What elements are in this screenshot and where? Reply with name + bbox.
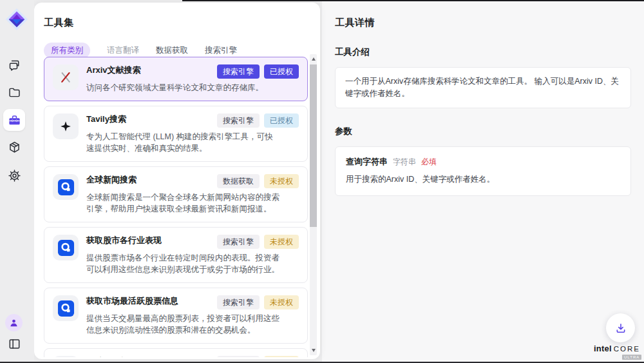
tool-description: 提供股票市场各个行业在特定时间段内的表现。投资者可以利用这些信息来识别表现优于或… [86, 252, 279, 275]
auth-badge: 已授权 [264, 113, 299, 128]
folder-icon[interactable] [5, 83, 24, 102]
category-badge: 搜索引擎 [217, 64, 260, 79]
auth-badge: 未授权 [264, 356, 299, 357]
auth-badge: 未授权 [264, 174, 299, 188]
scrollbar[interactable] [310, 54, 317, 355]
intro-heading: 工具介绍 [335, 46, 631, 58]
intro-box: 一个用于从Arxiv存储库搜索科学论文和文章的工具。 输入可以是Arxiv ID… [335, 67, 631, 108]
tool-name: Tavily搜索 [86, 113, 126, 124]
param-type: 字符串 [393, 157, 416, 168]
tool-card[interactable]: 获取市场最活跃股票信息 搜索引擎 未授权 提供当天交易量最高的股票列表，投资者可… [44, 288, 308, 344]
intel-core-logo: intelcore ultra [594, 342, 640, 360]
package-icon[interactable] [5, 137, 24, 157]
tool-description: 全球新闻搜索是一个聚合全球各大新闻网站内容的搜索引擎，帮助用户快速获取全球最新资… [86, 191, 279, 215]
window-top-edge [182, 0, 644, 1]
settings-gear-icon[interactable] [5, 166, 24, 185]
tool-card[interactable]: 万维地区新闻查询 搜索引擎 未授权 查询具体行政区划内的新闻，快速了解各地新闻动 [44, 348, 308, 357]
app-logo-icon[interactable] [5, 7, 29, 32]
tool-card[interactable]: 获取股市各行业表现 搜索引擎 未授权 提供股票市场各个行业在特定时间段内的表现。… [44, 227, 308, 283]
tool-name: 全球新闻搜索 [86, 174, 137, 185]
tool-description: 提供当天交易量最高的股票列表，投资者可以利用这些信息来识别流动性强的股票和潜在的… [86, 313, 279, 336]
tab-2[interactable]: 数据获取 [156, 45, 188, 56]
auth-badge: 未授权 [264, 295, 299, 309]
tool-name: Arxiv文献搜索 [86, 64, 141, 75]
auth-badge: 未授权 [264, 235, 299, 249]
category-badge: 数据获取 [217, 174, 260, 188]
arxiv-logo-icon [53, 64, 79, 90]
param-description: 用于搜索的Arxiv ID、关键字或作者姓名。 [346, 174, 620, 185]
detail-title: 工具详情 [335, 17, 631, 29]
chat-icon[interactable] [5, 55, 24, 75]
tool-name: 万维地区新闻查询 [86, 356, 153, 357]
scrollbar-thumb[interactable] [310, 64, 317, 227]
newspaper-icon [53, 356, 79, 357]
tool-card[interactable]: Arxiv文献搜索 搜索引擎 已授权 访问各个研究领域大量科学论文和文章的存储库… [44, 57, 308, 101]
user-avatar-icon[interactable] [5, 314, 23, 331]
tab-3[interactable]: 搜索引擎 [205, 45, 237, 56]
category-badge: 搜索引擎 [217, 113, 260, 128]
download-button[interactable] [606, 313, 635, 342]
scroll-up-icon[interactable] [312, 57, 316, 61]
category-badge: 搜索引擎 [217, 235, 260, 249]
tool-card[interactable]: Tavily搜索 搜索引擎 已授权 专为人工智能代理 (LLM) 构建的搜索引擎… [44, 106, 308, 162]
ultra-badge: ultra [622, 355, 641, 360]
category-badge: 搜索引擎 [217, 356, 260, 357]
tab-1[interactable]: 语言翻译 [107, 45, 139, 56]
intro-text: 一个用于从Arxiv存储库搜索科学论文和文章的工具。 输入可以是Arxiv ID… [345, 75, 621, 100]
tool-list-panel: 工具集 所有类别语言翻译数据获取搜索引擎 Arxiv文献搜索 搜索引擎 已授权 … [34, 3, 320, 359]
param-required-badge: 必填 [421, 157, 437, 168]
tool-name: 获取市场最活跃股票信息 [86, 295, 178, 306]
tool-description: 访问各个研究领域大量科学论文和文章的存储库。 [86, 82, 279, 93]
news-search-icon [53, 235, 79, 260]
param-box: 查询字符串 字符串 必填 用于搜索的Arxiv ID、关键字或作者姓名。 [335, 146, 631, 196]
params-heading: 参数 [335, 126, 631, 137]
download-icon [614, 322, 627, 335]
news-search-icon [53, 174, 79, 200]
news-search-icon [53, 295, 79, 321]
tool-card[interactable]: 全球新闻搜索 数据获取 未授权 全球新闻搜索是一个聚合全球各大新闻网站内容的搜索… [44, 166, 308, 222]
page-title: 工具集 [44, 17, 320, 29]
auth-badge: 已授权 [264, 64, 299, 79]
param-name: 查询字符串 [346, 156, 388, 168]
panel-toggle-icon[interactable] [5, 334, 24, 353]
tool-detail-panel: 工具详情 工具介绍 一个用于从Arxiv存储库搜索科学论文和文章的工具。 输入可… [322, 0, 644, 363]
tavily-star-icon [53, 113, 79, 139]
tool-name: 获取股市各行业表现 [86, 235, 162, 246]
icon-rail [0, 0, 34, 363]
toolbox-icon[interactable] [3, 109, 25, 131]
tool-list: Arxiv文献搜索 搜索引擎 已授权 访问各个研究领域大量科学论文和文章的存储库… [44, 57, 308, 357]
category-badge: 搜索引擎 [217, 295, 260, 309]
tool-description: 专为人工智能代理 (LLM) 构建的搜索引擎工具，可快速提供实时、准确和真实的结… [86, 131, 279, 154]
scroll-down-icon[interactable] [312, 349, 316, 352]
